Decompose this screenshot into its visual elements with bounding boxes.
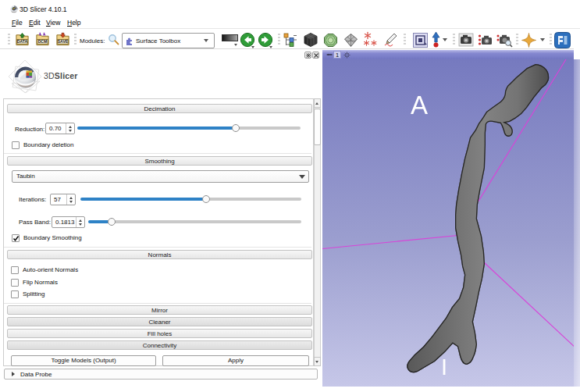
svg-text:I: I: [441, 355, 447, 380]
svg-text:A: A: [411, 91, 428, 119]
svg-text:DATA: DATA: [17, 39, 28, 44]
svg-text:DCM: DCM: [38, 39, 48, 44]
svg-text:SAVE: SAVE: [58, 39, 69, 44]
